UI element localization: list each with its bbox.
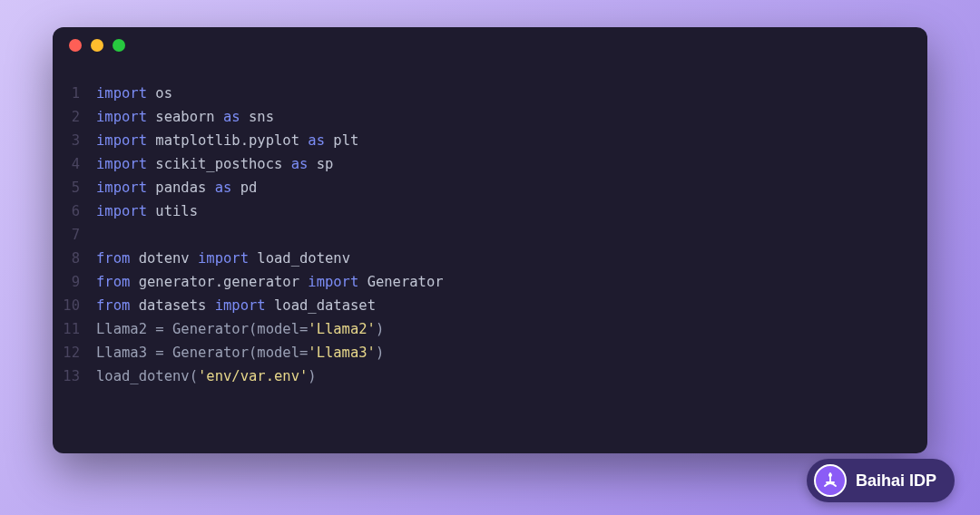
line-number: 2 [53,105,96,129]
code-content: import utils [96,199,198,223]
code-editor[interactable]: 1import os2import seaborn as sns3import … [53,63,927,406]
code-content: import os [96,82,172,105]
line-number: 12 [53,341,96,364]
maximize-icon[interactable] [113,39,125,52]
code-line: 6import utils [53,199,927,223]
brand-label: Baihai IDP [856,471,936,491]
code-line: 1import os [53,82,927,105]
code-content: from dotenv import load_dotenv [96,247,350,270]
svg-point-0 [828,473,832,477]
code-line: 3import matplotlib.pyplot as plt [53,129,927,152]
line-number: 3 [53,129,96,152]
code-line: 10from datasets import load_dataset [53,294,927,317]
code-line: 5import pandas as pd [53,176,927,199]
code-content: import pandas as pd [96,176,257,199]
code-content: Llama3 = Generator(model='Llama3') [96,341,384,364]
code-line: 2import seaborn as sns [53,105,927,129]
code-content: from datasets import load_dataset [96,294,376,317]
close-icon[interactable] [69,39,82,52]
code-content: import seaborn as sns [96,105,274,129]
code-content: load_dotenv('env/var.env') [96,364,317,388]
line-number: 7 [53,223,96,247]
code-line: 12Llama3 = Generator(model='Llama3') [53,341,927,364]
code-content: from generator.generator import Generato… [96,270,444,294]
line-number: 9 [53,270,96,294]
line-number: 5 [53,176,96,199]
minimize-icon[interactable] [91,39,103,52]
line-number: 13 [53,364,96,388]
line-number: 4 [53,152,96,176]
code-content: import scikit_posthocs as sp [96,152,333,176]
code-line: 8from dotenv import load_dotenv [53,247,927,270]
line-number: 6 [53,199,96,223]
window-titlebar [53,27,927,63]
brand-logo-icon [814,464,847,497]
code-window: 1import os2import seaborn as sns3import … [53,27,927,453]
code-line: 13load_dotenv('env/var.env') [53,364,927,388]
line-number: 1 [53,82,96,105]
code-line: 7 [53,223,927,247]
code-line: 9from generator.generator import Generat… [53,270,927,294]
line-number: 11 [53,317,96,341]
line-number: 10 [53,294,96,317]
code-content: Llama2 = Generator(model='Llama2') [96,317,384,341]
line-number: 8 [53,247,96,270]
code-line: 11Llama2 = Generator(model='Llama2') [53,317,927,341]
brand-badge: Baihai IDP [807,459,955,502]
code-line: 4import scikit_posthocs as sp [53,152,927,176]
code-content: import matplotlib.pyplot as plt [96,129,358,152]
